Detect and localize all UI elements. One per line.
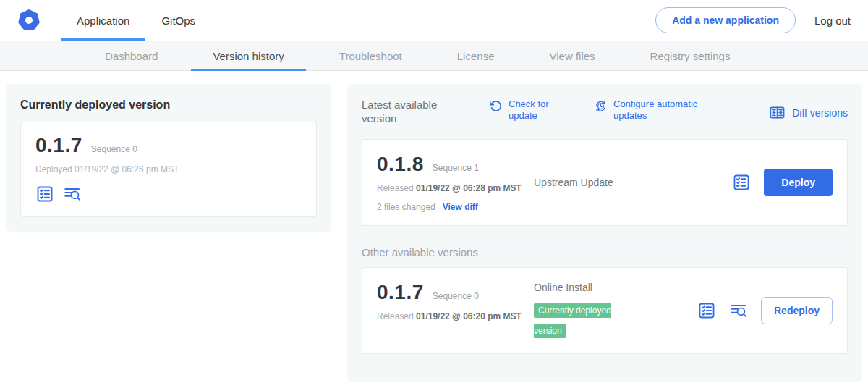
latest-source-column: Upstream Update: [525, 176, 659, 189]
diff-versions-label: Diff versions: [792, 107, 848, 119]
latest-version-card: 0.1.8 Sequence 1 Released 01/19/22 @ 06:…: [362, 139, 848, 226]
subnav-tab-version-history-label: Version history: [213, 50, 284, 62]
deploy-button[interactable]: Deploy: [764, 169, 833, 196]
files-changed-label: 2 files changed: [377, 202, 435, 212]
latest-version-actions: Deploy: [732, 169, 833, 196]
subnav-tab-view-files[interactable]: View files: [527, 41, 616, 70]
add-new-application-button[interactable]: Add a new application: [655, 7, 796, 33]
tab-application-label: Application: [77, 14, 129, 27]
available-versions-panel: Latest available version Check for updat…: [347, 84, 862, 382]
subnav-tab-version-history[interactable]: Version history: [191, 41, 305, 70]
app-subnav: Dashboard Version history Troubleshoot L…: [0, 41, 868, 71]
latest-version-info: 0.1.8 Sequence 1 Released 01/19/22 @ 06:…: [377, 153, 525, 212]
diff-versions-button[interactable]: Diff versions: [769, 98, 848, 121]
refresh-icon: [489, 99, 503, 113]
other-source-column: Online Install Currently deployed versio…: [525, 281, 659, 340]
redeploy-button[interactable]: Redeploy: [761, 297, 833, 324]
other-version-card: 0.1.7 Sequence 0 Released 01/19/22 @ 06:…: [362, 267, 848, 354]
currently-deployed-panel: Currently deployed version 0.1.7 Sequenc…: [6, 84, 331, 232]
preflight-checklist-icon[interactable]: [732, 173, 751, 192]
currently-deployed-title: Currently deployed version: [20, 98, 317, 111]
deploy-logs-icon[interactable]: [63, 185, 82, 203]
latest-released-timestamp: Released 01/19/22 @ 06:28 pm MST: [377, 182, 525, 195]
subnav-tab-troubleshoot[interactable]: Troubleshoot: [318, 41, 424, 70]
other-available-versions-title: Other available versions: [362, 246, 848, 258]
diff-icon: [769, 104, 786, 121]
other-version-actions: Redeploy: [697, 297, 833, 324]
subnav-tab-troubleshoot-label: Troubleshoot: [339, 50, 402, 62]
check-for-update-button[interactable]: Check for update: [489, 98, 561, 122]
deployed-sequence-label: Sequence 0: [91, 144, 137, 154]
configure-automatic-updates-button[interactable]: Configure automatic updates: [594, 98, 722, 122]
latest-source-label: Upstream Update: [534, 177, 613, 188]
tab-gitops[interactable]: GitOps: [145, 0, 211, 41]
preflight-checklist-icon[interactable]: [697, 301, 716, 320]
view-diff-link[interactable]: View diff: [443, 202, 478, 212]
deployed-version-card: 0.1.7 Sequence 0 Deployed 01/19/22 @ 06:…: [20, 122, 317, 217]
tab-gitops-label: GitOps: [161, 14, 195, 27]
subnav-tab-license[interactable]: License: [435, 41, 516, 70]
configure-automatic-updates-label: Configure automatic updates: [613, 98, 722, 122]
main-content: Currently deployed version 0.1.7 Sequenc…: [0, 71, 868, 382]
subnav-tab-registry-settings[interactable]: Registry settings: [629, 41, 752, 70]
latest-files-row: 2 files changed View diff: [377, 202, 525, 212]
header-right: Add a new application Log out: [655, 7, 851, 33]
deployed-version-number: 0.1.7: [35, 134, 82, 157]
subnav-tab-license-label: License: [457, 50, 495, 62]
available-versions-header: Latest available version Check for updat…: [362, 98, 848, 126]
subnav-tab-dashboard-label: Dashboard: [105, 50, 158, 62]
latest-version-number: 0.1.8: [377, 153, 424, 176]
top-nav: Application GitOps: [61, 0, 211, 41]
top-header: Application GitOps Add a new application…: [0, 0, 868, 41]
schedule-update-icon: [594, 99, 608, 113]
other-sequence-label: Sequence 0: [433, 291, 479, 301]
deploy-logs-icon[interactable]: [729, 301, 748, 320]
deployed-actions: [35, 185, 302, 203]
deployed-timestamp: Deployed 01/19/22 @ 06:26 pm MST: [35, 164, 302, 174]
subnav-tab-dashboard[interactable]: Dashboard: [83, 41, 179, 70]
latest-available-title: Latest available version: [362, 98, 456, 126]
other-released-timestamp: Released 01/19/22 @ 06:20 pm MST: [377, 310, 525, 323]
latest-sequence-label: Sequence 1: [433, 163, 479, 173]
check-for-update-label: Check for update: [509, 98, 561, 122]
other-version-info: 0.1.7 Sequence 0 Released 01/19/22 @ 06:…: [377, 281, 525, 340]
other-version-number: 0.1.7: [377, 281, 424, 304]
subnav-tab-registry-settings-label: Registry settings: [650, 50, 731, 62]
other-source-label: Online Install: [534, 282, 592, 293]
deployed-version-row: 0.1.7 Sequence 0: [35, 134, 302, 157]
currently-deployed-badge: Currently deployed version: [534, 303, 611, 338]
preflight-checklist-icon[interactable]: [35, 185, 54, 203]
tab-application[interactable]: Application: [61, 0, 145, 41]
kots-logo-icon: [17, 9, 41, 32]
logout-link[interactable]: Log out: [814, 14, 851, 27]
subnav-tab-view-files-label: View files: [549, 50, 595, 62]
currently-deployed-badge-wrap: Currently deployed version: [534, 300, 644, 340]
